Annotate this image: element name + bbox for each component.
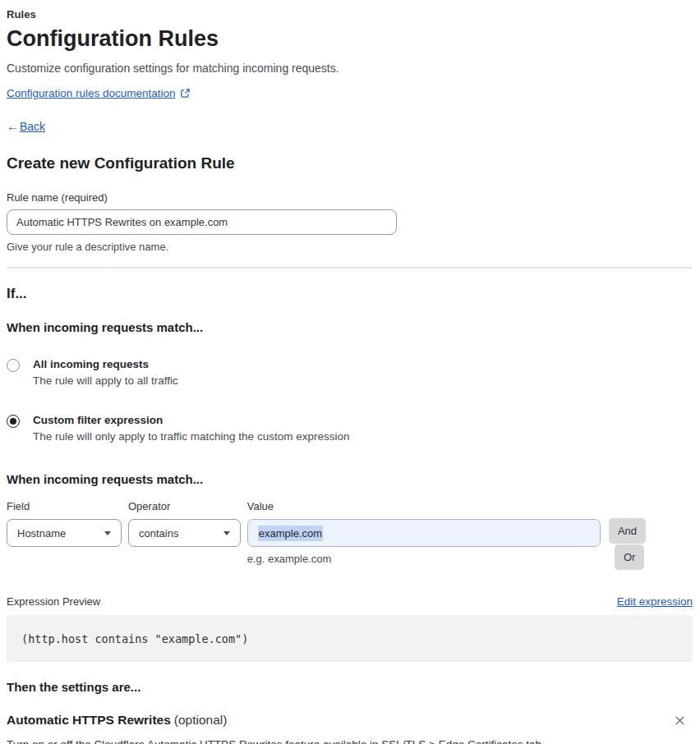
then-settings-heading: Then the settings are... <box>7 680 693 694</box>
field-select[interactable]: Hostname <box>7 519 122 547</box>
match-heading: When incoming requests match... <box>7 320 693 334</box>
setting-title-name: Automatic HTTPS Rewrites <box>7 713 171 727</box>
breadcrumb: Rules <box>7 8 693 21</box>
radio-option-all-incoming-requests[interactable]: All incoming requests The rule will appl… <box>7 358 693 387</box>
documentation-link[interactable]: Configuration rules documentation <box>7 87 176 99</box>
radio-option-label: All incoming requests <box>33 358 178 370</box>
expression-code: (http.host contains "example.com") <box>21 632 248 645</box>
value-label: Value <box>247 500 601 512</box>
rule-name-help: Give your rule a descriptive name. <box>7 241 693 253</box>
create-rule-heading: Create new Configuration Rule <box>7 154 693 172</box>
operator-label: Operator <box>128 500 241 512</box>
builder-heading: When incoming requests match... <box>7 472 693 486</box>
or-button[interactable]: Or <box>615 544 644 570</box>
page-title: Configuration Rules <box>7 26 693 52</box>
setting-title: Automatic HTTPS Rewrites(optional) <box>7 713 227 728</box>
field-select-value: Hostname <box>17 527 66 540</box>
back-link[interactable]: Back <box>20 120 45 133</box>
if-heading: If... <box>7 286 693 302</box>
external-link-icon <box>180 88 191 99</box>
operator-select-value: contains <box>139 527 178 540</box>
expression-preview-box: (http.host contains "example.com") <box>7 615 693 662</box>
expression-builder-row: Field Hostname Operator contains Value e… <box>7 500 693 570</box>
page-subtitle: Customize configuration settings for mat… <box>7 62 693 75</box>
chevron-down-icon <box>223 531 230 535</box>
setting-description: Turn on or off the Cloudflare Automatic … <box>7 738 693 744</box>
edit-expression-link[interactable]: Edit expression <box>617 595 693 608</box>
radio-icon[interactable] <box>7 415 20 428</box>
configuration-rules-page: Rules Configuration Rules Customize conf… <box>0 0 700 744</box>
value-input-text: example.com <box>258 526 323 541</box>
field-label: Field <box>7 500 122 512</box>
rule-name-label: Rule name (required) <box>7 191 693 204</box>
value-hint: e.g. example.com <box>247 553 601 565</box>
section-divider <box>7 267 693 269</box>
radio-option-description: The rule will apply to all traffic <box>33 374 178 387</box>
chevron-down-icon <box>104 531 111 535</box>
setting-optional-tag: (optional) <box>174 713 228 727</box>
rule-name-input[interactable] <box>7 209 397 235</box>
and-button[interactable]: And <box>609 518 646 544</box>
radio-option-label: Custom filter expression <box>33 414 349 426</box>
value-input[interactable]: example.com <box>247 519 601 547</box>
radio-icon[interactable] <box>7 359 20 372</box>
radio-option-description: The rule will only apply to traffic matc… <box>33 430 349 443</box>
expression-preview-label: Expression Preview <box>7 595 100 608</box>
radio-option-custom-filter-expression[interactable]: Custom filter expression The rule will o… <box>7 414 693 443</box>
operator-select[interactable]: contains <box>128 519 241 547</box>
back-arrow-icon: ← <box>7 119 19 133</box>
close-icon[interactable] <box>672 713 688 728</box>
